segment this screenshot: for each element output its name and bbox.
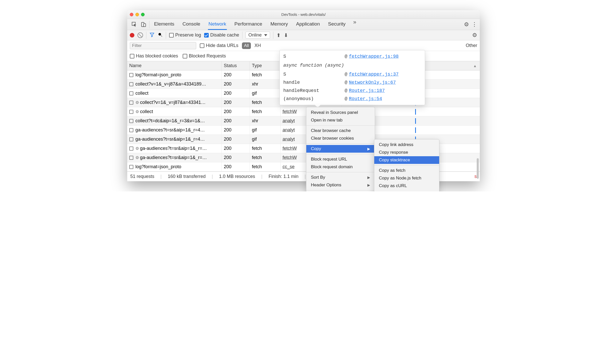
col-name[interactable]: Name	[127, 61, 222, 70]
kebab-menu-icon[interactable]: ⋮	[472, 21, 477, 28]
cell-name: collect?v=1&_v=j87&a=43341…	[140, 100, 206, 105]
filter-input[interactable]	[130, 42, 196, 49]
filter-toggle-icon[interactable]	[149, 32, 155, 38]
blocked-cookies-checkbox[interactable]: Has blocked cookies	[130, 53, 178, 59]
col-type[interactable]: Type	[250, 61, 281, 70]
cell-type: fetch	[250, 70, 281, 79]
sub-copy-curl[interactable]: Copy as cURL	[374, 182, 439, 190]
tab-performance[interactable]: Performance	[234, 19, 263, 30]
throttling-select[interactable]: Online	[246, 32, 270, 39]
service-worker-cog-icon: ⚙	[135, 100, 139, 105]
cell-name: ga-audiences?t=sr&aip=1&_r=4…	[135, 127, 205, 133]
sub-copy-fetch[interactable]: Copy as fetch	[374, 167, 439, 174]
cell-initiator-link[interactable]: analyt	[283, 137, 295, 142]
cell-name: ga-audiences?t=sr&aip=1&_r=4…	[135, 137, 205, 142]
blocked-requests-label: Blocked Requests	[189, 53, 226, 59]
cell-initiator-link[interactable]: fetchW	[283, 155, 297, 160]
stack-at: @	[345, 54, 347, 59]
export-har-icon[interactable]: ⬇︎	[284, 32, 288, 38]
import-har-icon[interactable]: ⬆︎	[276, 32, 281, 38]
hide-data-urls-checkbox[interactable]: Hide data URLs	[200, 43, 238, 48]
tab-elements[interactable]: Elements	[154, 19, 175, 30]
col-status[interactable]: Status	[222, 61, 250, 70]
row-favicon-placeholder	[129, 156, 133, 160]
stack-at: @	[345, 80, 347, 85]
preserve-log-label: Preserve log	[175, 32, 201, 38]
ctx-copy-submenu[interactable]: Copy▶	[306, 145, 375, 153]
stack-fn: S	[283, 72, 345, 77]
cell-type: xhr	[250, 116, 281, 125]
sub-copy-link[interactable]: Copy link address	[374, 141, 439, 149]
ctx-block-domain[interactable]: Block request domain	[306, 163, 375, 171]
inspect-element-icon[interactable]	[130, 20, 139, 29]
stack-loc-link[interactable]: Router.js:187	[349, 88, 385, 93]
disable-cache-label: Disable cache	[210, 32, 239, 38]
filter-chip-other[interactable]: Other	[466, 43, 477, 48]
stack-async-note: async function (async)	[283, 60, 421, 70]
ctx-sort-by-submenu[interactable]: Sort By▶	[306, 174, 375, 181]
ctx-open-new-tab[interactable]: Open in new tab	[306, 116, 375, 124]
cell-type: gif	[250, 126, 281, 135]
status-load: s	[474, 174, 477, 179]
blocked-requests-checkbox[interactable]: Blocked Requests	[183, 53, 226, 59]
tabs-overflow-icon[interactable]: »	[353, 19, 356, 30]
row-favicon-placeholder	[129, 119, 133, 123]
stack-loc-link[interactable]: NetworkOnly.js:67	[349, 80, 396, 85]
stack-fn: handleRequest	[283, 88, 345, 93]
filter-chip-xhr[interactable]: XH	[254, 43, 261, 48]
scrollbar-thumb[interactable]	[477, 158, 479, 179]
row-favicon-placeholder	[129, 110, 133, 114]
stack-at: @	[345, 96, 347, 101]
cell-type: fetch	[250, 98, 281, 107]
stack-loc-link[interactable]: Router.js:54	[349, 96, 382, 101]
blocked-cookies-label: Has blocked cookies	[136, 53, 178, 59]
tab-memory[interactable]: Memory	[270, 19, 288, 30]
ctx-clear-cache[interactable]: Clear browser cache	[306, 127, 375, 135]
record-button[interactable]	[130, 33, 134, 38]
stack-loc-link[interactable]: fetchWrapper.js:37	[349, 72, 399, 77]
row-favicon-placeholder	[129, 165, 133, 169]
tab-application[interactable]: Application	[296, 19, 320, 30]
network-settings-gear-icon[interactable]: ⚙	[472, 32, 477, 39]
sub-copy-node-fetch[interactable]: Copy as Node.js fetch	[374, 174, 439, 182]
row-favicon-placeholder	[129, 101, 133, 105]
preserve-log-checkbox[interactable]: Preserve log	[169, 32, 201, 38]
cell-initiator-link[interactable]: cc_se	[283, 164, 295, 169]
ctx-block-url[interactable]: Block request URL	[306, 155, 375, 163]
sub-copy-response[interactable]: Copy response	[374, 149, 439, 156]
table-row[interactable]: collect?t=dc&aip=1&_r=3&v=1&… 200 xhr an…	[127, 116, 480, 126]
ctx-header-options-submenu[interactable]: Header Options▶	[306, 181, 375, 189]
vertical-scrollbar[interactable]	[477, 82, 479, 166]
service-worker-cog-icon: ⚙	[135, 109, 139, 114]
cell-type: fetch	[250, 162, 281, 171]
ctx-reveal-sources[interactable]: Reveal in Sources panel	[306, 109, 375, 116]
row-favicon-placeholder	[129, 147, 133, 151]
tab-console[interactable]: Console	[182, 19, 201, 30]
cell-status: 200	[222, 70, 250, 79]
device-toolbar-icon[interactable]	[139, 20, 148, 29]
cell-status: 200	[222, 135, 250, 144]
waterfall-tick	[415, 109, 416, 115]
cell-type: fetch	[250, 107, 281, 116]
cell-initiator-link[interactable]: fetchW	[283, 146, 297, 151]
status-resources: 1.0 MB resources	[219, 174, 255, 179]
search-icon[interactable]	[158, 32, 163, 38]
clear-log-icon[interactable]	[137, 32, 143, 38]
stack-loc-link[interactable]: fetchWrapper.js:98	[349, 54, 399, 59]
filter-bar: Hide data URLs All XH Other	[127, 40, 480, 51]
ctx-clear-cookies[interactable]: Clear browser cookies	[306, 135, 375, 142]
cell-initiator-link[interactable]: analyt	[283, 118, 295, 124]
table-row[interactable]: ga-audiences?t=sr&aip=1&_r=4… 200 gif an…	[127, 126, 480, 135]
tab-security[interactable]: Security	[328, 19, 346, 30]
disable-cache-checkbox[interactable]: Disable cache	[204, 32, 239, 38]
cell-type: fetch	[250, 144, 281, 153]
sub-copy-all-fetch[interactable]: Copy all as fetch	[374, 190, 439, 191]
tab-network[interactable]: Network	[208, 19, 227, 30]
filter-chip-all[interactable]: All	[242, 42, 251, 49]
chevron-down-icon	[264, 34, 267, 36]
cell-initiator-link[interactable]: analyt	[283, 127, 295, 133]
cell-initiator-link[interactable]: fetchW	[283, 109, 297, 114]
settings-gear-icon[interactable]: ⚙	[464, 21, 469, 28]
sub-copy-stacktrace[interactable]: Copy stacktrace	[374, 156, 439, 164]
table-row[interactable]: ⚙collect 200 fetch fetchW 7 B 9…	[127, 107, 480, 116]
